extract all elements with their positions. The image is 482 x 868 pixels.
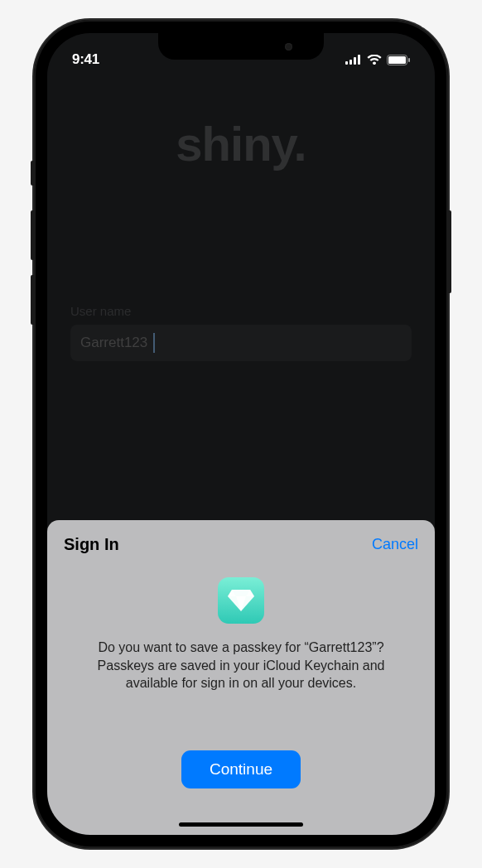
svg-rect-1 (349, 60, 352, 65)
status-icons (345, 55, 410, 65)
battery-icon (387, 55, 410, 65)
wifi-icon (367, 55, 382, 65)
volume-up-button (31, 210, 34, 260)
username-input[interactable] (70, 325, 412, 361)
phone-frame: 9:41 (34, 20, 448, 848)
home-indicator[interactable] (179, 822, 303, 827)
username-label: User name (70, 304, 412, 318)
phone-side-buttons-left (31, 161, 34, 340)
sheet-icon-wrap (64, 577, 418, 624)
screen: 9:41 (47, 33, 435, 835)
svg-rect-0 (345, 61, 348, 65)
diamond-icon (227, 588, 255, 613)
sheet-title: Sign In (64, 535, 119, 554)
front-camera-icon (285, 43, 292, 51)
svg-rect-6 (408, 58, 410, 62)
mute-switch (31, 161, 34, 186)
passkey-sheet: Sign In Cancel Do you want to save a pas… (47, 520, 435, 835)
volume-down-button (31, 275, 34, 325)
cellular-signal-icon (345, 55, 362, 65)
svg-rect-5 (388, 56, 406, 64)
continue-button[interactable]: Continue (181, 750, 301, 788)
app-logo: shiny. (176, 116, 306, 171)
text-cursor (153, 333, 155, 353)
notch (158, 33, 324, 60)
power-button (448, 210, 451, 293)
svg-rect-3 (358, 55, 360, 65)
app-icon (218, 577, 264, 624)
svg-rect-2 (354, 57, 356, 65)
status-time: 9:41 (72, 51, 99, 68)
sheet-message: Do you want to save a passkey for “Garre… (64, 639, 418, 692)
sheet-header: Sign In Cancel (64, 535, 418, 554)
cancel-button[interactable]: Cancel (372, 536, 418, 553)
signin-form: User name (47, 304, 435, 361)
